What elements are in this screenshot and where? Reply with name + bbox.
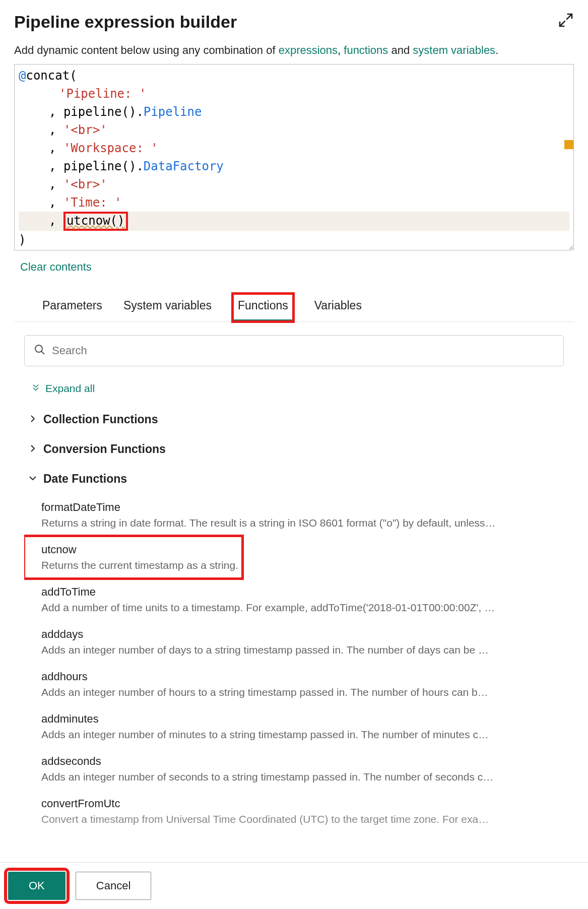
function-convertfromutc[interactable]: convertFromUtc Convert a timestamp from … <box>24 790 559 832</box>
editor-marker <box>564 140 573 149</box>
link-system-variables[interactable]: system variables <box>413 44 495 56</box>
group-collection-functions[interactable]: Collection Functions <box>24 405 559 434</box>
function-addseconds[interactable]: addseconds Adds an integer number of sec… <box>24 748 559 790</box>
tab-variables[interactable]: Variables <box>314 294 362 321</box>
search-icon <box>34 344 46 358</box>
link-expressions[interactable]: expressions <box>279 44 338 56</box>
link-functions[interactable]: functions <box>344 44 388 56</box>
function-addtotime[interactable]: addToTime Add a number of time units to … <box>24 578 559 621</box>
chevron-down-icon <box>28 472 37 486</box>
expand-all-link[interactable]: Expand all <box>31 382 559 395</box>
tab-functions[interactable]: Functions <box>233 294 293 321</box>
search-box[interactable] <box>24 335 564 366</box>
tab-parameters[interactable]: Parameters <box>42 294 102 321</box>
function-utcnow[interactable]: utcnow Returns the current timestamp as … <box>24 536 242 578</box>
function-formatdatetime[interactable]: formatDateTime Returns a string in date … <box>24 494 559 536</box>
clear-contents-link[interactable]: Clear contents <box>20 261 92 274</box>
search-input[interactable] <box>52 344 554 357</box>
group-date-functions[interactable]: Date Functions <box>24 464 559 494</box>
double-chevron-down-icon <box>31 382 40 395</box>
cancel-button[interactable]: Cancel <box>76 872 151 900</box>
ok-button[interactable]: OK <box>8 872 66 900</box>
function-addminutes[interactable]: addminutes Adds an integer number of min… <box>24 705 559 748</box>
chevron-right-icon <box>28 442 37 456</box>
svg-point-0 <box>35 345 42 352</box>
tab-system-variables[interactable]: System variables <box>123 294 212 321</box>
tab-bar: Parameters System variables Functions Va… <box>14 294 574 322</box>
footer: OK Cancel <box>0 862 588 909</box>
function-addhours[interactable]: addhours Adds an integer number of hours… <box>24 663 559 705</box>
page-title: Pipeline expression builder <box>14 12 237 32</box>
group-conversion-functions[interactable]: Conversion Functions <box>24 434 559 464</box>
chevron-right-icon <box>28 413 37 426</box>
function-adddays[interactable]: adddays Adds an integer number of days t… <box>24 621 559 663</box>
expression-editor[interactable]: @concat( 'Pipeline: ' , pipeline().Pipel… <box>14 64 574 250</box>
expand-icon[interactable] <box>558 12 574 28</box>
hint-text: Add dynamic content below using any comb… <box>14 44 574 57</box>
